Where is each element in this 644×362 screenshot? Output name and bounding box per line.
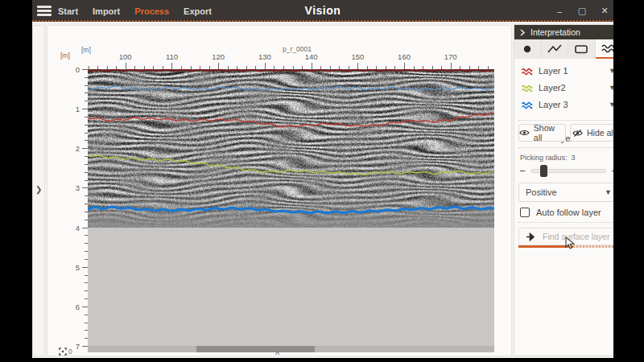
profile-view: [m] [m] p_r_0001 10011012013014015016017… [47, 25, 512, 356]
crosshair-icon [59, 348, 67, 356]
slider-plus-button[interactable]: + [610, 165, 613, 177]
eye-icon [519, 129, 530, 137]
y-axis-unit-inner: [m] [81, 46, 91, 54]
titlebar: StartImportProcessExport Vision – ▢ ✕ [32, 0, 613, 22]
close-button[interactable]: ✕ [599, 6, 610, 16]
slider-handle[interactable] [540, 165, 547, 177]
layers-tool-tab[interactable] [596, 39, 614, 59]
line-tool-tab[interactable] [542, 39, 569, 59]
layer-waves-icon [521, 66, 533, 76]
window-controls: – ▢ ✕ [554, 0, 610, 22]
axis-tick [82, 69, 88, 70]
axis-tick: 1 [65, 105, 80, 113]
axis-tick [451, 63, 452, 69]
minimize-button[interactable]: – [554, 6, 565, 16]
layer-label: Layer2 [539, 83, 603, 93]
app-window: StartImportProcessExport Vision – ▢ ✕ 2D… [32, 0, 613, 358]
axis-tick: 3 [65, 183, 80, 192]
expand-left-panel-chevron-icon[interactable]: ❯ [35, 185, 42, 194]
axis-tick [218, 63, 219, 69]
axis-tick: 100 [114, 52, 138, 61]
maximize-button[interactable]: ▢ [576, 6, 588, 16]
picking-radius-slider: − + [518, 163, 613, 178]
position-indicator: 0 [59, 348, 72, 356]
axis-tick: 140 [299, 52, 324, 61]
layer-waves-icon [521, 83, 533, 93]
axis-tick [82, 148, 88, 149]
axis-tick: 170 [439, 52, 463, 61]
y-axis-unit-outer: [m] [60, 51, 70, 60]
axis-tick: 5 [65, 263, 80, 272]
slider-minus-button[interactable]: − [518, 165, 526, 177]
picking-radius-value: 3 [572, 154, 576, 162]
chevron-down-icon: ▼ [605, 188, 613, 196]
separator [518, 120, 613, 121]
app-title: Vision [32, 4, 613, 17]
find-surface-layer-button[interactable]: Find surface layer [518, 228, 613, 245]
layer-label: Layer 3 [539, 100, 603, 109]
interpretation-header[interactable]: Interpretation [514, 25, 613, 39]
axis-tick [82, 267, 88, 268]
separator [518, 222, 613, 223]
interpretation-panel: Interpretation Layer 1 ▼ [514, 24, 613, 356]
polarity-value: Positive [519, 187, 605, 197]
separator [518, 147, 613, 148]
collapse-bottom-chevron-icon[interactable]: ^ [275, 350, 279, 358]
chevron-right-icon [519, 29, 526, 36]
layer-row-layer-3[interactable]: Layer 3 ▼ [518, 97, 613, 113]
axis-tick: 150 [345, 52, 369, 61]
arrow-right-icon [526, 232, 536, 241]
axis-tick: 130 [253, 52, 277, 61]
show-all-button[interactable]: Show all [518, 124, 566, 142]
chevron-down-icon[interactable]: ▼ [609, 67, 613, 75]
chevron-down-icon[interactable]: ▼ [609, 84, 613, 92]
auto-follow-label: Auto follow layer [536, 208, 601, 217]
axis-tick [82, 228, 88, 228]
axis-tick [82, 187, 88, 188]
axis-tick [171, 63, 172, 69]
point-tool-icon [520, 43, 535, 56]
slider-track[interactable] [530, 169, 606, 173]
axis-tick [357, 63, 358, 69]
eye-off-icon [572, 129, 583, 138]
axis-tick [82, 346, 88, 347]
axis-tick: 110 [159, 52, 184, 61]
line-tool-icon [547, 43, 563, 56]
auto-follow-checkbox-row[interactable]: Auto follow layer [520, 208, 601, 217]
layer-waves-icon [521, 100, 533, 110]
layer-label: Layer 1 [539, 66, 603, 76]
layer-row-layer-1[interactable]: Layer 1 ▼ [518, 63, 613, 79]
axis-tick [82, 109, 88, 109]
axis-tick: 6 [65, 302, 80, 311]
interpretation-tabs [514, 39, 613, 59]
axis-tick: 160 [392, 52, 416, 61]
auto-follow-checkbox[interactable] [520, 208, 530, 217]
axis-tick: 2 [65, 144, 80, 153]
axis-tick [82, 306, 88, 307]
axis-tick [265, 63, 266, 69]
rectangle-tool-icon [573, 43, 589, 56]
find-surface-progress-bar [518, 245, 613, 248]
chevron-down-icon[interactable]: ▼ [609, 101, 613, 109]
picking-radius-label: Picking radius: 3 [520, 154, 576, 162]
axis-tick [126, 63, 126, 69]
axis-tick: 0 [65, 65, 80, 74]
hide-all-button[interactable]: Hide all [570, 124, 613, 142]
layer-row-layer2[interactable]: Layer2 ▼ [518, 80, 613, 96]
axis-tick [312, 63, 312, 69]
horizontal-scrollbar[interactable] [88, 346, 494, 352]
scrollbar-thumb[interactable] [196, 346, 315, 352]
axis-tick: 120 [206, 52, 230, 61]
point-tool-tab[interactable] [514, 39, 542, 59]
layers-tool-icon [601, 42, 613, 55]
radargram-canvas[interactable] [88, 69, 494, 346]
axis-tick [404, 63, 405, 69]
axis-tick: 4 [65, 224, 80, 232]
polarity-dropdown[interactable]: Positive ▼ [518, 183, 613, 202]
left-panel-collapsed: ❯ [32, 25, 45, 356]
rectangle-tool-tab[interactable] [568, 39, 596, 59]
